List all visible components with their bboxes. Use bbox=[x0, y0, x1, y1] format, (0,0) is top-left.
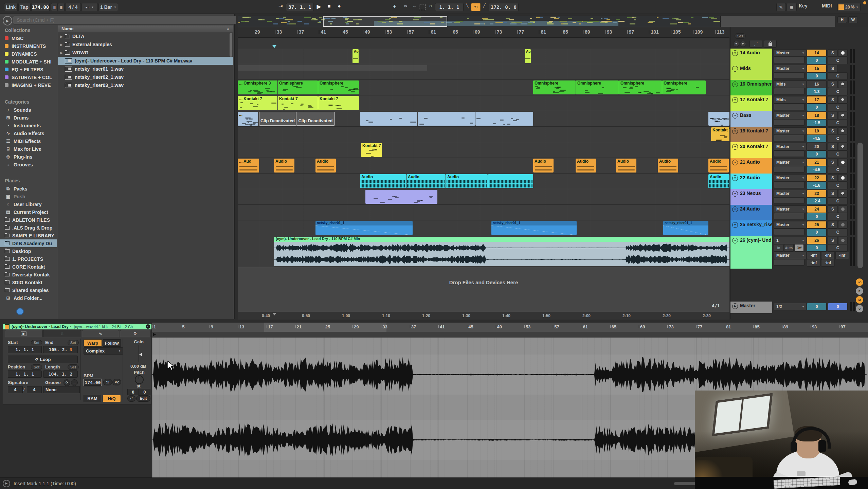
arm-button[interactable] bbox=[838, 80, 848, 88]
place-item-shared-samples[interactable]: Shared samples bbox=[0, 286, 57, 294]
track-lane-18[interactable]: ...Clip DeactivatedClip Deactivated bbox=[238, 111, 729, 127]
clip[interactable] bbox=[475, 112, 533, 126]
output-routing-menu[interactable]: Master▼ bbox=[774, 190, 807, 197]
track-lane-19[interactable]: Kontakt 7 bbox=[238, 127, 729, 142]
warp-mode-menu[interactable]: Complex▼ bbox=[84, 347, 123, 355]
file-list-header[interactable]: Name▲ bbox=[58, 25, 233, 32]
clip[interactable]: Kontakt 7 bbox=[711, 127, 729, 141]
send-b[interactable]: -inf bbox=[821, 252, 835, 259]
track-name-cell[interactable]: ▼17 Kontakt 7 bbox=[730, 95, 772, 113]
clip[interactable]: Clip Deactivated bbox=[296, 112, 335, 126]
clip[interactable]: Audio bbox=[274, 159, 294, 173]
loop-toggle[interactable]: ⟲ bbox=[471, 3, 481, 11]
automation-lane[interactable] bbox=[774, 72, 804, 79]
place-item-current-project[interactable]: ▤Current Project bbox=[0, 208, 57, 216]
automation-lane[interactable] bbox=[774, 259, 804, 266]
expand-arrow-icon[interactable]: ▶ bbox=[60, 43, 65, 47]
track-lanes[interactable]: AudAud... Omnisphere 3OmnisphereOmnisphe… bbox=[238, 49, 729, 267]
file-row[interactable]: netsky_riser02_1.wav bbox=[58, 73, 233, 81]
volume-field[interactable]: 0 bbox=[807, 244, 827, 252]
volume-field[interactable]: 0 bbox=[807, 229, 827, 236]
lock-envelopes-icon[interactable] bbox=[764, 40, 777, 48]
clip[interactable]: Audio bbox=[708, 159, 729, 173]
place-item-add-folder-[interactable]: ⊞Add Folder... bbox=[0, 294, 57, 302]
arm-button[interactable] bbox=[838, 49, 848, 57]
track-activator[interactable]: 18 bbox=[807, 112, 827, 119]
place-item-packs[interactable]: ⧉Packs bbox=[0, 185, 57, 193]
category-item-drums[interactable]: ⊞Drums bbox=[0, 114, 57, 122]
volume-field[interactable]: 0 bbox=[807, 57, 827, 64]
punch-in-icon[interactable]: ╲ bbox=[464, 3, 471, 11]
output-routing-menu[interactable]: Mids▼ bbox=[774, 80, 807, 88]
clip[interactable]: Aud bbox=[525, 49, 531, 63]
crossfade-assign[interactable]: C bbox=[828, 244, 848, 252]
crossfade-assign[interactable]: C bbox=[828, 135, 848, 142]
crossfade-assign[interactable]: C bbox=[828, 229, 848, 236]
clip[interactable]: Clip Deactivated bbox=[259, 112, 296, 126]
volume-field[interactable]: -2.4 bbox=[807, 197, 827, 205]
track-name-cell[interactable]: ▼19 Kontakt 7 bbox=[730, 127, 772, 144]
solo-button[interactable]: S bbox=[828, 237, 837, 244]
nudge-down-icon[interactable]: |||| bbox=[51, 3, 58, 11]
track-name-cell[interactable]: ▼21 Audio bbox=[730, 158, 772, 175]
output-routing-menu[interactable]: Master▼ bbox=[774, 49, 807, 57]
unfold-track-icon[interactable]: ≡ bbox=[732, 66, 738, 72]
clip[interactable] bbox=[238, 65, 427, 71]
solo-button[interactable]: S bbox=[828, 49, 837, 57]
track-name-cell[interactable]: ▼14 Audio bbox=[730, 49, 772, 66]
optimize-width-button[interactable]: W bbox=[848, 16, 858, 23]
new-midi-icon[interactable]: + bbox=[391, 3, 399, 11]
stop-button[interactable]: ■ bbox=[325, 3, 333, 11]
solo-button[interactable]: S bbox=[828, 127, 837, 135]
crossfade-assign[interactable]: C bbox=[828, 182, 848, 189]
send-c[interactable]: -inf bbox=[835, 252, 849, 259]
back-to-arrangement-icon[interactable]: ← bbox=[411, 3, 419, 11]
unfold-track-icon[interactable]: ▼ bbox=[732, 160, 738, 165]
file-row[interactable]: ▶DLTA bbox=[58, 32, 233, 40]
punch-out-icon[interactable]: ╱ bbox=[481, 3, 488, 11]
collection-item[interactable]: DYNAMICS bbox=[0, 50, 57, 58]
track-activator[interactable]: 23 bbox=[807, 190, 827, 197]
crossfade-assign[interactable]: C bbox=[828, 197, 848, 205]
arm-button[interactable] bbox=[838, 190, 848, 197]
crossfade-assign[interactable]: C bbox=[828, 88, 848, 95]
track-activator[interactable]: 17 bbox=[807, 96, 827, 104]
clip[interactable]: Audio bbox=[360, 174, 406, 188]
place-item-core-kontakt[interactable]: CORE Kontakt bbox=[0, 263, 57, 271]
output-routing-menu[interactable]: Master▼ bbox=[774, 127, 807, 135]
clip[interactable] bbox=[488, 174, 533, 188]
arm-button[interactable] bbox=[838, 205, 848, 213]
track-name-cell[interactable]: ▶Master bbox=[730, 302, 772, 313]
volume-field[interactable]: 0 bbox=[807, 72, 827, 80]
metronome-toggle[interactable]: ●○▼ bbox=[82, 3, 98, 11]
track-activator[interactable]: 19 bbox=[807, 127, 827, 135]
status-play-icon[interactable]: ▶ bbox=[3, 480, 10, 487]
automation-lane[interactable] bbox=[774, 119, 804, 126]
hiq-toggle[interactable]: HiQ bbox=[103, 395, 121, 402]
place-item--als-drag-drop[interactable]: .ALS Drag & Drop bbox=[0, 224, 57, 232]
output-routing-menu[interactable]: Master▼ bbox=[774, 221, 807, 229]
clip[interactable]: Audio bbox=[708, 174, 729, 188]
solo-button[interactable]: S bbox=[828, 112, 837, 119]
track-name-cell[interactable]: ▼23 Nexus bbox=[730, 189, 772, 206]
signature-denominator[interactable]: 4 bbox=[27, 386, 42, 393]
time-signature-field[interactable]: 4 / 4 bbox=[65, 3, 81, 11]
clip[interactable] bbox=[708, 112, 729, 126]
horizontal-scrollbar[interactable] bbox=[674, 482, 697, 485]
mixer-section-toggle-i-o[interactable]: I-O bbox=[856, 278, 863, 286]
follow-playhead-icon[interactable]: ⇥ bbox=[276, 3, 285, 11]
unfold-track-icon[interactable]: ▼ bbox=[732, 175, 738, 181]
monitor-in[interactable]: In bbox=[774, 244, 783, 252]
clip[interactable]: Audio bbox=[616, 159, 636, 173]
groove-commit-icon[interactable]: ⟳ bbox=[64, 379, 70, 386]
solo-button[interactable]: S bbox=[828, 80, 837, 88]
clip[interactable]: Kontakt 7 bbox=[318, 96, 359, 110]
output-routing-menu[interactable]: Mids▼ bbox=[774, 96, 807, 104]
tempo-field[interactable]: 174.00 bbox=[31, 3, 50, 11]
unfold-track-icon[interactable]: ▼ bbox=[732, 238, 738, 243]
clip[interactable]: Audio bbox=[315, 159, 336, 173]
mixer-section-toggle-m[interactable]: M bbox=[856, 296, 863, 304]
clip[interactable]: Aud bbox=[352, 49, 359, 63]
place-item-diversity-kontak[interactable]: Diversity Kontak bbox=[0, 271, 57, 278]
automation-lane[interactable] bbox=[774, 229, 804, 235]
